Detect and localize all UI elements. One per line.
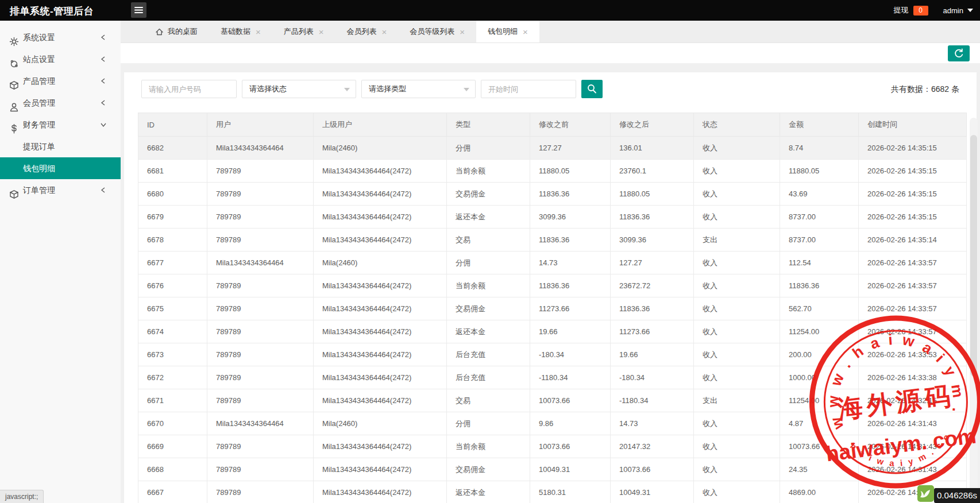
table-cell: 11273.66 [611, 320, 694, 343]
table-cell: 收入 [694, 366, 780, 389]
gear-icon [9, 37, 19, 47]
tab-产品列表[interactable]: 产品列表× [272, 21, 335, 42]
tab-钱包明细[interactable]: 钱包明细× [476, 21, 539, 42]
table-row: 6682Mila1343434364464Mila(2460)分佣127.271… [138, 137, 967, 160]
start-time-input[interactable] [481, 80, 576, 98]
withdraw-link[interactable]: 提现 0 [894, 5, 928, 16]
table-cell: 8.74 [780, 137, 859, 160]
table-cell: Mila1343434364464(2472) [314, 343, 447, 366]
table-cell: Mila1343434364464(2472) [314, 229, 447, 252]
tab-我的桌面[interactable]: 我的桌面 [144, 21, 209, 42]
table-cell: 收入 [694, 274, 780, 297]
table-cell: Mila1343434364464(2472) [314, 458, 447, 481]
close-icon[interactable]: × [382, 28, 387, 36]
table-cell: 5180.31 [530, 481, 611, 503]
type-select[interactable]: 请选择类型 [361, 80, 476, 98]
table-row: 6681789789Mila1343434364464(2472)当前余额118… [138, 160, 967, 183]
sidebar-item-钱包明细[interactable]: 钱包明细 [0, 157, 121, 179]
sidebar-item-站点设置[interactable]: 站点设置 [0, 48, 121, 70]
table-cell: 6669 [138, 435, 207, 458]
sidebar-item-会员管理[interactable]: 会员管理 [0, 92, 121, 114]
table-cell: 2026-02-26 14:33:57 [859, 274, 967, 297]
table-cell: 2026-02-26 14:35:15 [859, 137, 967, 160]
table-cell: 10049.31 [611, 481, 694, 503]
table-cell: 789789 [207, 160, 314, 183]
sidebar-item-系统设置[interactable]: 系统设置 [0, 26, 121, 48]
table-cell: Mila1343434364464(2472) [314, 274, 447, 297]
table-cell: 2026-02-26 14:32:15 [859, 389, 967, 412]
table-cell: 2026-02-26 14:33:38 [859, 366, 967, 389]
table-cell: 收入 [694, 160, 780, 183]
table-cell: 789789 [207, 183, 314, 206]
tab-基础数据[interactable]: 基础数据× [209, 21, 272, 42]
table-cell: 收入 [694, 206, 780, 229]
tab-label: 会员等级列表 [410, 26, 454, 37]
sidebar-item-产品管理[interactable]: 产品管理 [0, 70, 121, 92]
table-cell: 127.27 [611, 252, 694, 274]
user-number-input[interactable] [141, 80, 237, 98]
sidebar-item-label: 财务管理 [23, 114, 55, 136]
table-cell: 返还本金 [447, 320, 530, 343]
table-cell: 收入 [694, 252, 780, 274]
close-icon[interactable]: × [460, 28, 465, 36]
table-cell: 6678 [138, 229, 207, 252]
refresh-icon [948, 45, 970, 61]
table-cell: 789789 [207, 343, 314, 366]
chevron-down-icon [344, 88, 350, 91]
table-cell: Mila1343434364464 [207, 412, 314, 435]
table-cell: 支出 [694, 229, 780, 252]
status-select[interactable]: 请选择状态 [242, 80, 356, 98]
table-cell: 23760.1 [611, 160, 694, 183]
table-cell: 当前余额 [447, 435, 530, 458]
sidebar-item-财务管理[interactable]: 财务管理 [0, 114, 121, 136]
sidebar-item-label: 系统设置 [23, 26, 55, 48]
tab-会员等级列表[interactable]: 会员等级列表× [398, 21, 476, 42]
close-icon[interactable]: × [256, 28, 261, 36]
table-cell: 112.54 [780, 252, 859, 274]
table-cell: Mila(2460) [314, 412, 447, 435]
table-cell: 8737.00 [780, 229, 859, 252]
filter-row: 请选择状态 请选择类型 共有数据：6682 条 [141, 80, 977, 98]
order-icon [9, 189, 19, 199]
table-cell: 789789 [207, 389, 314, 412]
table-cell: 10049.31 [530, 458, 611, 481]
refresh-button[interactable] [948, 45, 970, 61]
table-cell: 127.27 [530, 137, 611, 160]
product-icon [9, 80, 19, 90]
chevron-left-icon [100, 99, 107, 106]
table-cell: 6677 [138, 252, 207, 274]
table-cell: 2026-02-26 14:33:57 [859, 320, 967, 343]
column-header-状态: 状态 [694, 113, 780, 137]
table-cell: Mila1343434364464(2472) [314, 435, 447, 458]
table-row: 6672789789Mila1343434364464(2472)后台充值-11… [138, 366, 967, 389]
table-cell: 789789 [207, 206, 314, 229]
close-icon[interactable]: × [523, 28, 528, 36]
table-cell: 收入 [694, 320, 780, 343]
sidebar-item-label: 站点设置 [23, 48, 55, 70]
table-cell: 19.66 [530, 320, 611, 343]
close-icon[interactable]: × [319, 28, 324, 36]
table-cell: 10073.66 [530, 435, 611, 458]
menu-toggle-button[interactable] [131, 2, 146, 18]
table-cell: 2026-02-26 14:35:15 [859, 160, 967, 183]
search-button[interactable] [581, 80, 603, 98]
table-cell: Mila1343434364464(2472) [314, 206, 447, 229]
sidebar-item-提现订单[interactable]: 提现订单 [0, 136, 121, 157]
table-cell: Mila1343434364464(2472) [314, 183, 447, 206]
table-cell: 6679 [138, 206, 207, 229]
table-cell: 2026-02-26 14:35:15 [859, 183, 967, 206]
column-header-创建时间: 创建时间 [859, 113, 967, 137]
scrollbar-thumb[interactable] [970, 135, 977, 376]
type-select-value: 请选择类型 [369, 84, 406, 93]
table-cell: 24.35 [780, 458, 859, 481]
tab-会员列表[interactable]: 会员列表× [335, 21, 399, 42]
user-menu[interactable]: admin [943, 6, 973, 15]
app-title: 排单系统-管理后台 [10, 5, 94, 18]
wallet-detail-card: 请选择状态 请选择类型 共有数据：6682 条 ID用 [124, 72, 977, 503]
table-cell: 收入 [694, 481, 780, 503]
table-cell: -180.34 [530, 343, 611, 366]
table-cell: 6671 [138, 389, 207, 412]
sidebar-item-label: 提现订单 [23, 136, 55, 157]
sidebar-item-订单管理[interactable]: 订单管理 [0, 179, 121, 201]
table-cell: 分佣 [447, 412, 530, 435]
